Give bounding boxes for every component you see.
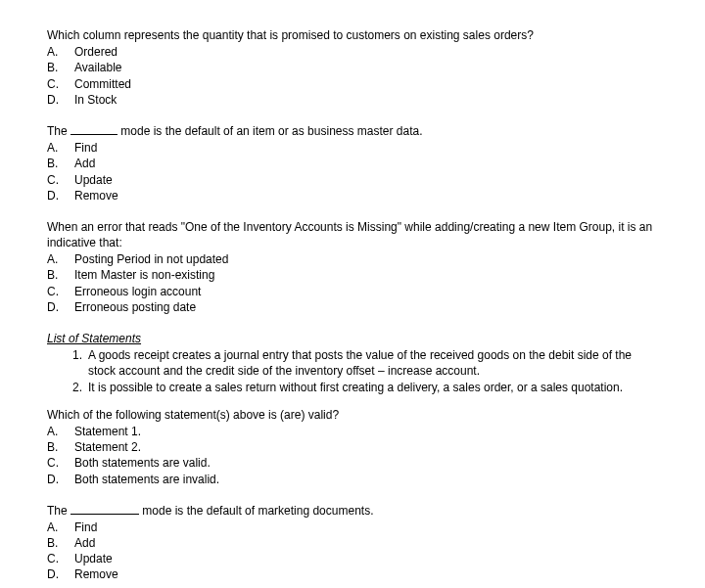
question-4-text: Which of the following statement(s) abov… xyxy=(47,407,658,423)
q2-post: mode is the default of an item or as bus… xyxy=(118,124,423,138)
option-letter: D. xyxy=(47,92,74,108)
q1-option-a: A. Ordered xyxy=(47,44,658,60)
q2-option-a: A. Find xyxy=(47,140,658,156)
option-text: Find xyxy=(74,520,658,535)
option-text: Find xyxy=(74,140,658,156)
list-item-2: 2. It is possible to create a sales retu… xyxy=(47,380,658,395)
q4-option-a: A. Statement 1. xyxy=(47,424,658,439)
option-letter: C. xyxy=(47,284,74,299)
option-text: Statement 1. xyxy=(74,424,658,439)
q4-option-c: C. Both statements are valid. xyxy=(47,455,658,471)
option-text: Update xyxy=(74,172,658,188)
option-text: In Stock xyxy=(74,92,658,108)
question-3: When an error that reads "One of the Inv… xyxy=(47,219,658,315)
option-text: Statement 2. xyxy=(74,439,658,455)
option-letter: B. xyxy=(47,535,74,551)
question-1: Which column represents the quantity tha… xyxy=(47,27,658,108)
option-letter: C. xyxy=(47,551,74,566)
option-text: Posting Period in not updated xyxy=(74,251,658,267)
option-text: Add xyxy=(74,535,658,551)
q5-option-c: C. Update xyxy=(47,551,658,566)
option-letter: D. xyxy=(47,299,74,315)
q5-option-d: D. Remove xyxy=(47,566,658,582)
question-4: Which of the following statement(s) abov… xyxy=(47,407,658,487)
option-letter: A. xyxy=(47,44,74,60)
option-letter: B. xyxy=(47,156,74,171)
q5-pre: The xyxy=(47,504,70,518)
q2-option-d: D. Remove xyxy=(47,188,658,204)
question-5: The mode is the default of marketing doc… xyxy=(47,503,658,583)
question-5-text: The mode is the default of marketing doc… xyxy=(47,503,658,519)
list-text: It is possible to create a sales return … xyxy=(88,380,658,395)
option-letter: B. xyxy=(47,60,74,75)
option-text: Item Master is non-existing xyxy=(74,267,658,283)
option-text: Ordered xyxy=(74,44,658,60)
option-letter: D. xyxy=(47,566,74,582)
option-text: Erroneous login account xyxy=(74,284,658,299)
q1-option-b: B. Available xyxy=(47,60,658,75)
option-text: Both statements are invalid. xyxy=(74,472,658,487)
option-text: Both statements are valid. xyxy=(74,455,658,471)
option-letter: A. xyxy=(47,520,74,535)
option-text: Remove xyxy=(74,188,658,204)
list-text: A goods receipt creates a journal entry … xyxy=(88,347,658,379)
option-letter: B. xyxy=(47,267,74,283)
q3-option-a: A. Posting Period in not updated xyxy=(47,251,658,267)
q3-option-c: C. Erroneous login account xyxy=(47,284,658,299)
q1-option-c: C. Committed xyxy=(47,76,658,92)
q5-post: mode is the default of marketing documen… xyxy=(139,504,373,518)
list-item-1: 1. A goods receipt creates a journal ent… xyxy=(47,347,658,379)
q3-option-b: B. Item Master is non-existing xyxy=(47,267,658,283)
option-letter: C. xyxy=(47,76,74,92)
q3-option-d: D. Erroneous posting date xyxy=(47,299,658,315)
option-text: Add xyxy=(74,156,658,171)
option-letter: C. xyxy=(47,172,74,188)
list-number: 2. xyxy=(67,380,88,395)
fill-blank xyxy=(70,504,139,515)
q2-pre: The xyxy=(47,124,70,138)
list-number: 1. xyxy=(67,347,88,379)
option-letter: A. xyxy=(47,424,74,439)
question-3-text: When an error that reads "One of the Inv… xyxy=(47,219,658,250)
option-letter: D. xyxy=(47,472,74,487)
q2-option-b: B. Add xyxy=(47,156,658,171)
question-1-text: Which column represents the quantity tha… xyxy=(47,27,658,43)
option-letter: B. xyxy=(47,439,74,455)
q5-option-a: A. Find xyxy=(47,520,658,535)
list-of-statements: List of Statements 1. A goods receipt cr… xyxy=(47,331,658,395)
option-text: Update xyxy=(74,551,658,566)
q4-option-b: B. Statement 2. xyxy=(47,439,658,455)
option-text: Available xyxy=(74,60,658,75)
option-letter: D. xyxy=(47,188,74,204)
option-letter: A. xyxy=(47,251,74,267)
option-letter: C. xyxy=(47,455,74,471)
question-2: The mode is the default of an item or as… xyxy=(47,123,658,204)
option-text: Committed xyxy=(74,76,658,92)
fill-blank xyxy=(70,124,118,135)
option-text: Erroneous posting date xyxy=(74,299,658,315)
q5-option-b: B. Add xyxy=(47,535,658,551)
list-header: List of Statements xyxy=(47,331,658,346)
q2-option-c: C. Update xyxy=(47,172,658,188)
q4-option-d: D. Both statements are invalid. xyxy=(47,472,658,487)
question-2-text: The mode is the default of an item or as… xyxy=(47,123,658,139)
option-letter: A. xyxy=(47,140,74,156)
option-text: Remove xyxy=(74,566,658,582)
q1-option-d: D. In Stock xyxy=(47,92,658,108)
